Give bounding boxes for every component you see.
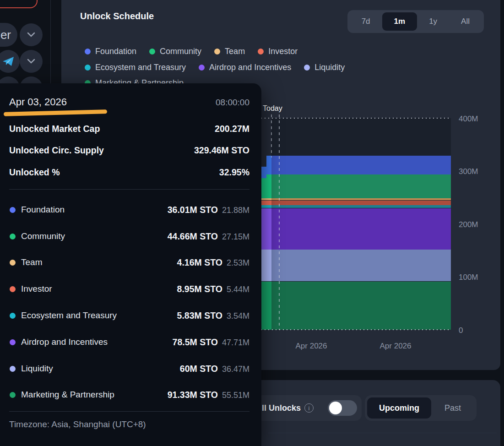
- range-1m-button[interactable]: 1m: [382, 12, 417, 31]
- chart-band-team: [261, 198, 266, 201]
- row-team: Team 4.16M STO2.53M: [10, 256, 249, 269]
- chart-band-liquidity: [266, 250, 271, 281]
- x-tick-1: Apr 2026: [284, 342, 339, 351]
- selected-item-outline: [0, 0, 38, 8]
- summary-circ-supply: Unlocked Circ. Supply 329.46M STO: [9, 144, 249, 157]
- legend-row-1: Foundation Community Team Investor: [85, 45, 298, 57]
- chart-band-foundation: [271, 156, 451, 175]
- range-7d-button[interactable]: 7d: [350, 12, 382, 31]
- chart-band-investor: [266, 201, 271, 205]
- community-dot-icon: [10, 234, 16, 239]
- community-dot-icon: [149, 49, 155, 54]
- tooltip-divider: [9, 411, 249, 412]
- row-airdrop: Airdrop and Incentives 78.5M STO47.71M: [10, 336, 249, 348]
- range-1y-button[interactable]: 1y: [417, 12, 449, 31]
- chart-band-airdrop-and-incentives: [266, 208, 271, 250]
- airdrop-dot-icon: [10, 339, 16, 345]
- info-icon[interactable]: i: [304, 403, 314, 413]
- chart-band-community: [261, 178, 266, 198]
- today-marker-line: [271, 114, 272, 158]
- tooltip-date: Apr 03, 2026: [9, 96, 67, 108]
- chart-band-marketing-partnership: [261, 282, 266, 330]
- unlocks-toggle[interactable]: [328, 400, 357, 416]
- chevron-down-button[interactable]: [20, 23, 43, 46]
- chart-band-airdrop-and-incentives: [271, 208, 451, 250]
- chart-band-marketing-partnership: [271, 282, 451, 330]
- summary-unlocked-pct: Unlocked % 32.95%: [9, 166, 249, 179]
- time-range-selector: 7d 1m 1y All: [347, 10, 484, 33]
- row-foundation: Foundation 36.01M STO21.88M: [10, 203, 249, 216]
- chart-band-community: [271, 174, 451, 198]
- y-tick-100m: 100M: [459, 273, 478, 282]
- hover-marker-line: [279, 114, 280, 330]
- today-label: Today: [263, 104, 282, 113]
- summary-market-cap: Unlocked Market Cap 200.27M: [9, 122, 249, 135]
- chart-band-airdrop-and-incentives: [261, 208, 266, 250]
- legend-team[interactable]: Team: [214, 47, 245, 56]
- legend-ecosystem[interactable]: Ecosystem and Treasury: [85, 63, 186, 72]
- chart-tooltip: Apr 03, 2026 08:00:00 Unlocked Market Ca…: [0, 83, 261, 446]
- investor-dot-icon: [258, 49, 264, 54]
- upcoming-past-tabs: Upcoming Past: [365, 395, 477, 421]
- chart-band-ecosystem-and-treasury: [266, 205, 271, 208]
- legend-foundation[interactable]: Foundation: [85, 47, 136, 56]
- gridline-0: [261, 329, 451, 330]
- tab-upcoming[interactable]: Upcoming: [367, 397, 431, 419]
- marketing-dot-icon: [10, 392, 16, 398]
- foundation-dot-icon: [85, 49, 91, 54]
- x-tick-2: Apr 2026: [368, 342, 423, 351]
- row-community: Community 44.66M STO27.15M: [10, 230, 249, 243]
- chart-band-foundation: [266, 156, 271, 175]
- chart-band-ecosystem-and-treasury: [271, 205, 451, 208]
- small-unlocks-control: ll Unlocks i: [256, 395, 362, 421]
- chart-band-ecosystem-and-treasury: [261, 205, 266, 208]
- chart-band-liquidity: [261, 250, 266, 281]
- legend-community[interactable]: Community: [149, 47, 201, 56]
- tab-past[interactable]: Past: [431, 397, 474, 419]
- liquidity-dot-icon: [304, 65, 310, 71]
- list-divider: [268, 433, 497, 433]
- chart-band-liquidity: [271, 250, 451, 281]
- tooltip-time: 08:00:00: [216, 98, 249, 108]
- chart-band-investor: [261, 201, 266, 205]
- team-dot-icon: [214, 49, 220, 54]
- sidebar-divider: [50, 0, 51, 83]
- ecosystem-dot-icon: [10, 313, 16, 319]
- y-tick-0: 0: [459, 326, 463, 335]
- chevron-down-button[interactable]: [20, 50, 43, 73]
- toggle-knob: [329, 402, 342, 414]
- telegram-icon: [2, 56, 14, 67]
- legend-liquidity[interactable]: Liquidity: [304, 63, 345, 72]
- chart-band-marketing-partnership: [266, 282, 271, 330]
- row-investor: Investor 8.95M STO5.44M: [10, 283, 249, 295]
- page: er Unlock Schedule 7d 1m 1y All Foun: [0, 0, 504, 446]
- row-marketing: Marketing & Partnership 91.33M STO55.51M: [10, 388, 249, 401]
- ecosystem-dot-icon: [85, 65, 91, 71]
- sidebar-pill-label: er: [0, 28, 11, 42]
- row-ecosystem: Ecosystem and Treasury 5.83M STO3.54M: [10, 309, 249, 322]
- chart-band-investor: [271, 201, 451, 205]
- chart-band-team: [266, 198, 271, 201]
- legend-investor[interactable]: Investor: [258, 47, 298, 56]
- chart-band-team: [271, 198, 451, 201]
- timezone-note: Timezone: Asia, Shanghai (UTC+8): [9, 419, 146, 430]
- unlocks-list-card: ll Unlocks i Upcoming Past: [247, 380, 500, 446]
- legend-row-2: Ecosystem and Treasury Airdrop and Incen…: [85, 61, 345, 73]
- telegram-button[interactable]: [0, 50, 20, 73]
- airdrop-dot-icon: [199, 65, 205, 71]
- sidebar-pill[interactable]: er: [0, 23, 17, 47]
- y-tick-200m: 200M: [459, 220, 478, 229]
- team-dot-icon: [10, 260, 16, 266]
- liquidity-dot-icon: [10, 366, 16, 372]
- y-tick-400m: 400M: [459, 114, 478, 124]
- y-tick-300m: 300M: [459, 167, 478, 176]
- gridline-400m: [261, 118, 451, 119]
- legend-airdrop[interactable]: Airdrop and Incentives: [199, 63, 291, 72]
- row-liquidity: Liquidity 60M STO36.47M: [10, 362, 249, 375]
- card-title: Unlock Schedule: [80, 11, 154, 22]
- unlocks-toggle-label: ll Unlocks: [262, 403, 301, 413]
- foundation-dot-icon: [10, 207, 16, 213]
- range-all-button[interactable]: All: [449, 12, 482, 31]
- chart-band-community: [266, 174, 271, 198]
- tooltip-divider: [9, 189, 249, 190]
